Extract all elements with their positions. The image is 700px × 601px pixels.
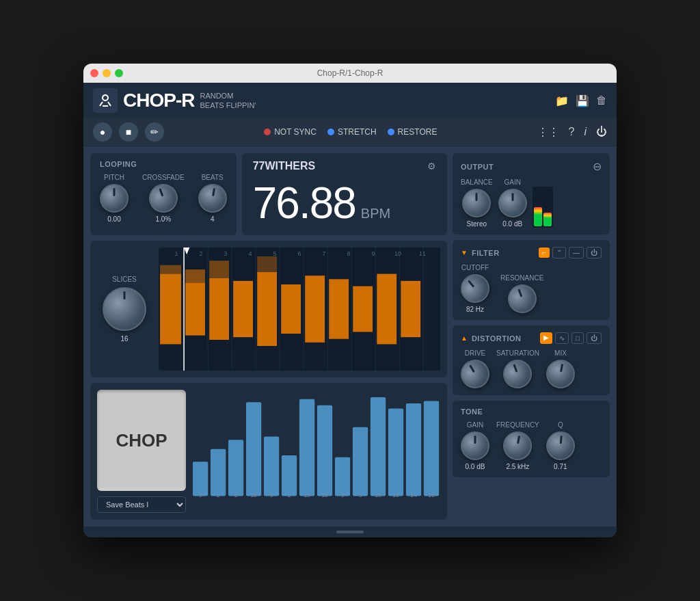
resonance-knob[interactable] [504, 280, 541, 317]
looping-knobs: PITCH 0.00 CROSSFADE 1.0% BEATS 4 [100, 174, 227, 223]
tone-gain-knob[interactable] [461, 431, 489, 460]
filter-bandpass-btn[interactable]: ⌃ [552, 247, 566, 258]
beat-section: CHOP Save Beats I [90, 383, 447, 520]
save-icon[interactable]: 💾 [576, 94, 589, 107]
saturation-control: SATURATION [496, 349, 539, 388]
dist-wave-btn[interactable]: ∿ [555, 332, 569, 344]
svg-text:15: 15 [304, 492, 310, 498]
tone-gain-control: GAIN 0.0 dB [461, 421, 489, 470]
folder-icon[interactable]: 📁 [555, 94, 569, 107]
filter-dash-btn[interactable]: — [569, 247, 584, 258]
svg-text:16: 16 [375, 492, 381, 498]
marker-1: 1 [164, 250, 189, 257]
scroll-indicator [83, 526, 617, 537]
toolbar-right: ⋮⋮ ? i ⏻ [537, 126, 607, 139]
bpm-section: 77WITHERS ⚙ 76.88 BPM [242, 153, 447, 235]
waveform-markers: 1 2 3 4 5 6 7 8 9 10 11 [159, 250, 440, 257]
slices-knob[interactable] [103, 287, 146, 331]
beat-bars-svg: 9 2 3 16 5 2 15 16 9 6 16 13 14 15 [193, 390, 440, 499]
marker-5: 5 [262, 250, 287, 257]
drive-control: DRIVE [461, 349, 489, 388]
svg-rect-5 [209, 278, 229, 340]
toolbar-left: ● ■ ✏ [93, 122, 164, 142]
sync-not[interactable]: NOT SYNC [264, 127, 317, 137]
marker-4: 4 [238, 250, 262, 257]
svg-rect-42 [424, 401, 439, 496]
pitch-knob[interactable] [100, 184, 129, 213]
record-button[interactable]: ● [93, 122, 112, 142]
svg-rect-8 [257, 272, 277, 346]
dist-square-btn[interactable]: □ [571, 332, 584, 344]
scroll-thumb[interactable] [336, 531, 364, 533]
slices-control: SLICES 16 [97, 276, 152, 343]
marker-7: 7 [312, 250, 336, 257]
sync-restore[interactable]: RESTORE [388, 127, 438, 137]
crossfade-knob[interactable] [145, 180, 182, 217]
tone-knobs: GAIN 0.0 dB FREQUENCY 2.5 kHz Q 0.71 [461, 421, 602, 470]
output-title: OUTPUT [461, 163, 494, 171]
tone-q-control: Q 0.71 [546, 421, 575, 470]
svg-rect-1 [160, 274, 181, 345]
tone-q-knob[interactable] [545, 430, 576, 462]
svg-rect-29 [193, 462, 208, 496]
filter-type-buttons: ⌐ ⌃ — ⏻ [539, 247, 602, 258]
tone-title: TONE [461, 408, 483, 416]
svg-rect-31 [228, 440, 243, 496]
app-window: Chop-R/1-Chop-R CHOP-R RANDOM BEATS FLIP… [83, 64, 617, 537]
dist-play-btn[interactable]: ▶ [540, 332, 552, 344]
svg-rect-32 [246, 402, 261, 496]
output-controls: BALANCE Stereo GAIN 0.0 dB [461, 178, 602, 228]
tone-frequency-knob[interactable] [501, 429, 535, 463]
drive-knob[interactable] [455, 354, 494, 393]
dist-power-btn[interactable]: ⏻ [587, 332, 602, 344]
gain-knob[interactable] [498, 189, 527, 217]
app-subtitle: RANDOM BEATS FLIPPIN' [200, 91, 256, 111]
info-icon[interactable]: i [584, 126, 587, 138]
svg-text:9: 9 [199, 492, 202, 498]
bpm-display: 76.88 BPM [253, 178, 436, 228]
filter-section: ▼ FILTER ⌐ ⌃ — ⏻ CUTOFF 82 Hz [453, 240, 610, 320]
close-button[interactable] [90, 69, 98, 77]
sync-restore-label: RESTORE [398, 127, 438, 137]
filter-power-btn[interactable]: ⏻ [587, 247, 602, 258]
minimize-button[interactable] [103, 69, 111, 77]
svg-rect-15 [401, 281, 420, 337]
svg-rect-14 [377, 274, 396, 345]
mix-knob[interactable] [544, 358, 578, 391]
maximize-button[interactable] [115, 69, 123, 77]
svg-rect-13 [353, 286, 373, 332]
bpm-settings-icon[interactable]: ⚙ [427, 161, 436, 172]
save-beats-select[interactable]: Save Beats I [97, 496, 186, 513]
chop-pad[interactable]: CHOP [97, 390, 186, 491]
sync-stretch[interactable]: STRETCH [327, 127, 377, 137]
filter-lowpass-btn[interactable]: ⌐ [539, 248, 550, 258]
cutoff-knob[interactable] [455, 268, 495, 308]
svg-rect-6 [209, 261, 229, 278]
output-section: OUTPUT ⊖ BALANCE Stereo GAIN 0.0 dB [453, 153, 610, 235]
svg-rect-34 [282, 455, 297, 496]
vu-left [534, 207, 542, 226]
beats-knob[interactable] [196, 182, 229, 215]
svg-rect-2 [160, 265, 181, 274]
saturation-knob[interactable] [500, 356, 537, 392]
mixer-icon[interactable]: ⋮⋮ [537, 126, 559, 139]
svg-rect-40 [388, 408, 403, 496]
edit-button[interactable]: ✏ [145, 122, 164, 142]
logo-icon [93, 88, 118, 113]
power-icon[interactable]: ⏻ [596, 126, 607, 138]
tone-frequency-control: FREQUENCY 2.5 kHz [496, 421, 539, 470]
marker-9: 9 [361, 250, 386, 257]
waveform-display: 1 2 3 4 5 6 7 8 9 10 11 [159, 248, 440, 371]
filter-collapse-icon[interactable]: ▼ [461, 249, 468, 256]
toolbar: ● ■ ✏ NOT SYNC STRETCH RESTORE ⋮⋮ ? i ⏻ [83, 118, 617, 146]
balance-knob[interactable] [462, 189, 491, 217]
balance-control: BALANCE Stereo [461, 178, 493, 228]
trash-icon[interactable]: 🗑 [596, 94, 607, 107]
app-logo: CHOP-R RANDOM BEATS FLIPPIN' [93, 88, 256, 113]
svg-text:5: 5 [270, 492, 273, 498]
stop-button[interactable]: ■ [119, 122, 138, 142]
help-icon[interactable]: ? [569, 126, 575, 138]
top-row: LOOPING PITCH 0.00 CROSSFADE 1.0% [90, 153, 447, 235]
output-collapse-icon[interactable]: ⊖ [593, 160, 602, 173]
distortion-expand-icon[interactable]: ▲ [461, 334, 468, 342]
